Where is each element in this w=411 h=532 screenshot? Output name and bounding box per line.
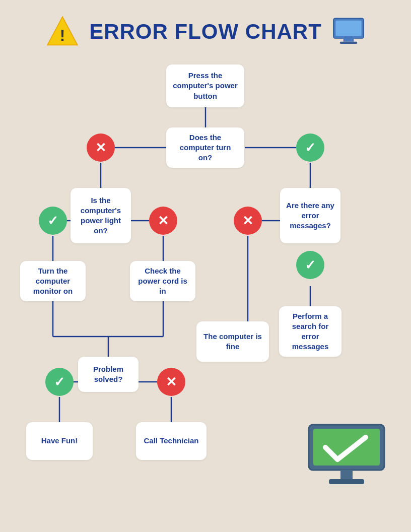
header: ! ERROR FLOW CHART xyxy=(0,0,411,54)
question2-box: Is the computer's power light on? xyxy=(71,188,131,243)
warning-icon: ! xyxy=(45,14,80,49)
svg-rect-3 xyxy=(335,21,361,36)
end2-box: Call Technician xyxy=(136,422,207,460)
question4-box: Problem solved? xyxy=(78,357,139,392)
circle-red-q3: ✕ xyxy=(234,207,262,235)
circle-red-q4: ✕ xyxy=(157,368,185,396)
end1-box: Have Fun! xyxy=(26,422,93,460)
circle-green-q2: ✓ xyxy=(39,207,67,235)
circle-green-q4: ✓ xyxy=(45,368,74,396)
page-title: ERROR FLOW CHART xyxy=(89,20,322,44)
flowchart: Press the computer's power button Does t… xyxy=(0,54,411,532)
question3-box: Are there any error messages? xyxy=(280,188,340,243)
monitor-icon-bottom xyxy=(306,422,387,488)
circle-green-q1: ✓ xyxy=(296,134,324,162)
question1-box: Does the computer turn on? xyxy=(166,127,244,168)
action1-box: Turn the computer monitor on xyxy=(20,261,86,301)
monitor-icon-header xyxy=(331,17,366,47)
action3-box: Perform a search for error messages xyxy=(279,306,341,357)
end3-box: The computer is fine xyxy=(196,321,269,362)
circle-red-q2: ✕ xyxy=(149,207,177,235)
svg-rect-4 xyxy=(344,38,354,42)
circle-green-q3: ✓ xyxy=(296,251,324,279)
svg-text:!: ! xyxy=(60,26,65,44)
action2-box: Check the power cord is in xyxy=(130,261,195,301)
circle-red-q1: ✕ xyxy=(87,134,115,162)
svg-rect-32 xyxy=(329,479,364,484)
start-box: Press the computer's power button xyxy=(166,64,244,107)
svg-rect-31 xyxy=(340,470,353,479)
svg-rect-5 xyxy=(340,42,357,44)
